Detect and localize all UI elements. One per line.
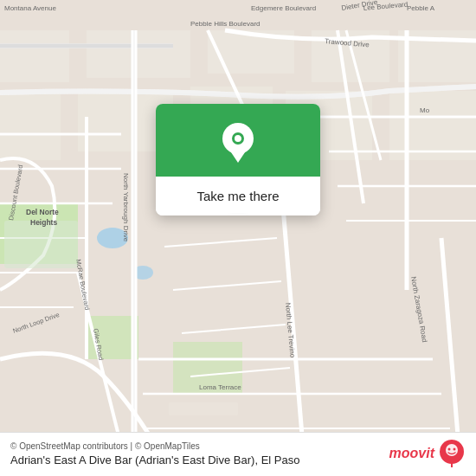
svg-point-70: [453, 448, 456, 451]
svg-rect-2: [87, 30, 190, 78]
copyright-text: © OpenStreetMap contributors | © OpenMap…: [10, 441, 389, 451]
svg-rect-48: [169, 402, 238, 415]
svg-rect-13: [173, 342, 242, 394]
pin-dot: [232, 132, 244, 145]
map-background: [0, 0, 476, 476]
svg-rect-47: [4, 221, 78, 268]
pin-body: [222, 123, 254, 154]
popup-card: Take me there: [156, 104, 320, 215]
moovit-icon: [438, 440, 466, 467]
take-me-there-button[interactable]: Take me there: [156, 177, 320, 215]
svg-point-14: [97, 228, 128, 248]
map-pin: [222, 123, 254, 161]
svg-rect-10: [389, 91, 476, 160]
info-left: © OpenStreetMap contributors | © OpenMap…: [10, 441, 389, 466]
map-container: Montana Avenue Pebble Hills Boulevard Ed…: [0, 0, 476, 476]
moovit-text: moovit: [389, 446, 434, 461]
svg-point-69: [448, 448, 451, 451]
place-name: Adrian's East A Dive Bar (Adrian's East …: [10, 453, 389, 466]
popup-header: [156, 104, 320, 177]
svg-rect-6: [0, 91, 61, 160]
moovit-logo: moovit: [389, 440, 466, 467]
info-bar: © OpenStreetMap contributors | © OpenMap…: [0, 432, 476, 476]
svg-rect-1: [0, 30, 69, 82]
